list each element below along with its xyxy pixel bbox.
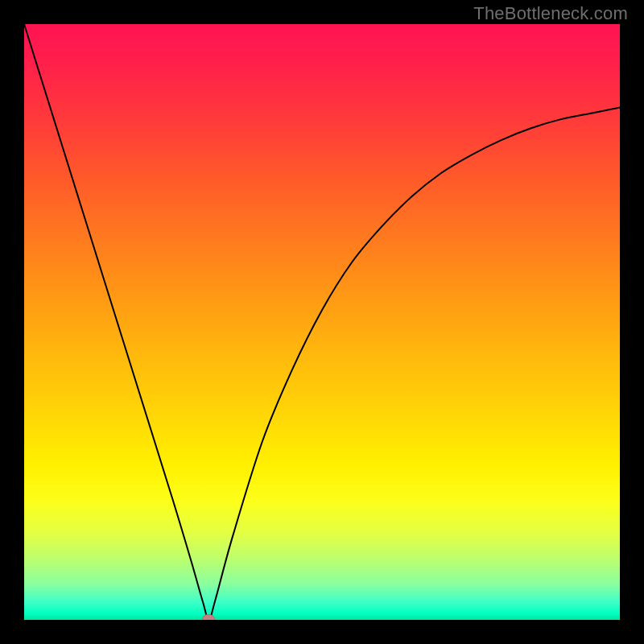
watermark-text: TheBottleneck.com [473, 3, 628, 24]
minimum-marker [202, 614, 215, 620]
bottleneck-curve [24, 24, 620, 620]
curve-path [24, 24, 620, 620]
chart-frame: TheBottleneck.com [0, 0, 644, 644]
plot-area [24, 24, 620, 620]
